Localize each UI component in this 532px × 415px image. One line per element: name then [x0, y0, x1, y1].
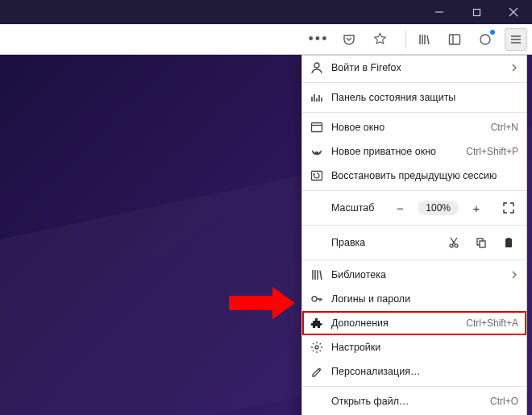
- chevron-right-icon: [510, 64, 518, 72]
- mask-icon: [310, 145, 323, 158]
- svg-rect-4: [450, 35, 460, 44]
- bookmark-star-icon[interactable]: [368, 28, 391, 51]
- blank-icon: [310, 395, 323, 408]
- page-content: Войти в Firefox Панель состояния защиты …: [0, 55, 532, 415]
- svg-rect-11: [312, 123, 322, 132]
- menu-logins-label: Логины и пароли: [331, 293, 518, 305]
- menu-protection-dashboard[interactable]: Панель состояния защиты: [302, 85, 526, 110]
- whats-new-icon[interactable]: [474, 28, 497, 51]
- gear-icon: [310, 341, 323, 354]
- menu-addons[interactable]: Дополнения Ctrl+Shift+A: [302, 311, 526, 335]
- zoom-value[interactable]: 100%: [418, 201, 459, 215]
- app-menu-button[interactable]: [505, 28, 527, 51]
- menu-restore-session-label: Восстановить предыдущую сессию: [331, 170, 518, 181]
- restore-icon: [310, 169, 323, 182]
- menu-protection-dashboard-label: Панель состояния защиты: [331, 92, 518, 103]
- menu-private-window-shortcut: Ctrl+Shift+P: [466, 146, 518, 157]
- svg-rect-20: [505, 239, 512, 247]
- paste-button[interactable]: [499, 233, 518, 252]
- menu-logins[interactable]: Логины и пароли: [302, 287, 526, 311]
- menu-signin[interactable]: Войти в Firefox: [302, 56, 526, 80]
- menu-new-window-shortcut: Ctrl+N: [491, 122, 518, 133]
- svg-rect-19: [480, 241, 485, 247]
- menu-restore-session[interactable]: Восстановить предыдущую сессию: [302, 164, 526, 188]
- menu-zoom-label: Масштаб: [331, 202, 382, 214]
- svg-rect-21: [507, 238, 510, 239]
- menu-addons-label: Дополнения: [331, 317, 458, 329]
- svg-point-23: [315, 346, 318, 349]
- menu-edit: Правка: [302, 228, 526, 257]
- menu-zoom: Масштаб − 100% +: [302, 193, 526, 222]
- user-icon: [310, 61, 323, 74]
- sidebar-icon[interactable]: [443, 28, 466, 51]
- window-titlebar: [0, 0, 532, 24]
- menu-private-window[interactable]: Новое приватное окно Ctrl+Shift+P: [302, 139, 526, 164]
- puzzle-icon: [310, 317, 323, 330]
- menu-addons-shortcut: Ctrl+Shift+A: [466, 317, 518, 329]
- menu-new-window[interactable]: Новое окно Ctrl+N: [302, 115, 526, 139]
- browser-toolbar: •••: [0, 24, 532, 55]
- menu-settings-label: Настройки: [331, 342, 518, 353]
- menu-private-window-label: Новое приватное окно: [331, 146, 458, 157]
- window-icon: [310, 121, 323, 134]
- menu-settings[interactable]: Настройки: [302, 335, 526, 359]
- app-menu: Войти в Firefox Панель состояния защиты …: [301, 55, 527, 415]
- pocket-icon[interactable]: [338, 28, 360, 51]
- window-minimize-button[interactable]: [421, 0, 458, 24]
- cut-button[interactable]: [444, 233, 463, 252]
- dashboard-icon: [310, 91, 323, 104]
- menu-new-window-label: Новое окно: [331, 122, 483, 133]
- menu-library[interactable]: Библиотека: [302, 263, 526, 287]
- svg-point-22: [312, 297, 317, 301]
- svg-rect-15: [312, 172, 322, 181]
- zoom-in-button[interactable]: +: [467, 198, 486, 218]
- menu-edit-label: Правка: [331, 237, 436, 248]
- copy-button[interactable]: [472, 233, 491, 252]
- menu-signin-label: Войти в Firefox: [331, 62, 502, 73]
- annotation-arrow: [229, 291, 298, 315]
- fullscreen-button[interactable]: [499, 198, 518, 218]
- library-icon[interactable]: [413, 28, 435, 51]
- svg-point-10: [314, 63, 319, 68]
- page-actions-button[interactable]: •••: [307, 28, 330, 51]
- svg-point-6: [480, 35, 490, 44]
- zoom-out-button[interactable]: −: [390, 198, 409, 218]
- menu-open-file-label: Открыть файл…: [331, 396, 482, 407]
- window-close-button[interactable]: [495, 0, 532, 24]
- chevron-right-icon: [510, 271, 518, 279]
- menu-customize[interactable]: Персонализация…: [302, 359, 526, 384]
- menu-open-file-shortcut: Ctrl+O: [490, 396, 518, 407]
- menu-customize-label: Персонализация…: [331, 366, 518, 377]
- window-maximize-button[interactable]: [458, 0, 495, 24]
- svg-point-14: [318, 151, 320, 153]
- key-icon: [310, 293, 323, 305]
- paint-icon: [310, 365, 323, 378]
- library-icon: [310, 268, 323, 281]
- menu-library-label: Библиотека: [331, 269, 502, 280]
- svg-rect-1: [473, 9, 480, 15]
- svg-point-13: [314, 151, 316, 153]
- menu-open-file[interactable]: Открыть файл… Ctrl+O: [302, 389, 526, 413]
